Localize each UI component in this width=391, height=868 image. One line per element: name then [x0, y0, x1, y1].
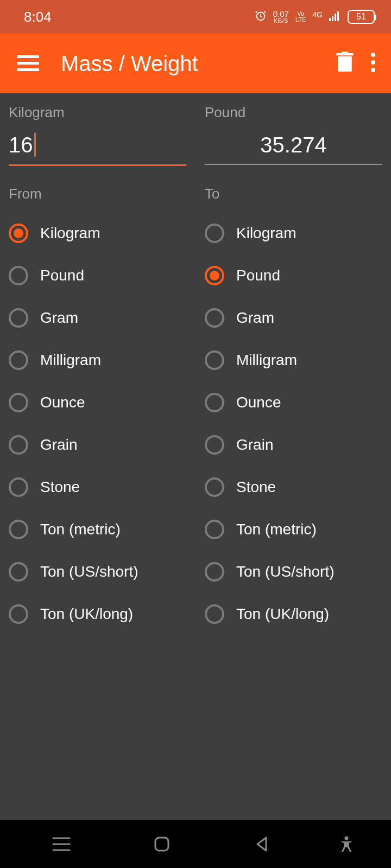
radio-icon: [9, 350, 28, 370]
status-bar: 8:04 0.07 KB/S Vo LTE 4G 51: [0, 0, 391, 34]
radio-icon: [9, 604, 28, 624]
radio-label: Ounce: [236, 394, 281, 411]
radio-icon: [205, 562, 224, 582]
status-volte: Vo LTE: [295, 11, 306, 23]
radio-label: Ton (metric): [236, 521, 317, 538]
from-value-text: 16: [9, 125, 33, 164]
radio-label: Pound: [40, 267, 84, 284]
to-value-text: 35.274: [260, 133, 326, 157]
svg-rect-10: [342, 52, 348, 54]
svg-point-18: [344, 837, 348, 840]
radio-icon: [205, 520, 224, 539]
radio-label: Ton (US/short): [40, 563, 138, 580]
radio-label: Ton (metric): [40, 521, 121, 538]
svg-rect-1: [329, 18, 331, 21]
content-area: Kilogram 16 Pound 35.274 From To Kilogra…: [0, 93, 391, 820]
radio-icon: [205, 224, 224, 243]
radio-label: Milligram: [236, 352, 297, 369]
nav-back-button[interactable]: [230, 836, 295, 852]
menu-button[interactable]: [12, 55, 45, 72]
svg-rect-17: [155, 838, 168, 851]
status-network-type: 4G: [312, 10, 323, 19]
from-radio-ton-metric-[interactable]: Ton (metric): [9, 508, 186, 551]
to-radio-ton-uk-long-[interactable]: Ton (UK/long): [205, 593, 382, 635]
to-section-label: To: [205, 186, 382, 202]
nav-home-button[interactable]: [129, 836, 194, 852]
radio-icon: [9, 308, 28, 328]
svg-rect-6: [17, 62, 39, 65]
radio-label: Pound: [236, 267, 280, 284]
to-radio-gram[interactable]: Gram: [205, 297, 382, 339]
text-cursor: [34, 133, 36, 157]
to-radio-ton-metric-[interactable]: Ton (metric): [205, 508, 382, 551]
to-radio-kilogram[interactable]: Kilogram: [205, 212, 382, 254]
radio-icon: [205, 435, 224, 455]
status-speed: 0.07 KB/S: [273, 10, 289, 24]
radio-label: Ton (UK/long): [236, 605, 329, 623]
svg-point-13: [371, 68, 375, 72]
radio-label: Ton (US/short): [236, 563, 335, 580]
page-title: Mass / Weight: [61, 52, 336, 76]
signal-icon: [329, 10, 341, 24]
radio-label: Gram: [236, 309, 274, 327]
to-radio-ounce[interactable]: Ounce: [205, 381, 382, 424]
from-unit-label: Kilogram: [9, 104, 186, 121]
accessibility-button[interactable]: [330, 836, 363, 852]
to-radio-pound[interactable]: Pound: [205, 254, 382, 297]
to-unit-list: KilogramPoundGramMilligramOunceGrainSton…: [205, 212, 382, 635]
to-radio-milligram[interactable]: Milligram: [205, 339, 382, 381]
delete-button[interactable]: [336, 52, 354, 75]
svg-point-12: [371, 60, 375, 65]
radio-icon: [205, 477, 224, 497]
radio-icon: [9, 520, 28, 539]
from-radio-gram[interactable]: Gram: [9, 297, 186, 339]
overflow-menu-button[interactable]: [370, 52, 376, 75]
from-radio-ton-us-short-[interactable]: Ton (US/short): [9, 551, 186, 593]
radio-label: Kilogram: [40, 225, 100, 242]
radio-label: Stone: [40, 478, 80, 496]
radio-label: Stone: [236, 478, 276, 496]
svg-point-11: [371, 53, 375, 57]
radio-icon: [9, 224, 28, 243]
radio-icon: [205, 604, 224, 624]
system-nav-bar: [0, 820, 391, 868]
svg-rect-2: [332, 16, 333, 21]
to-radio-ton-us-short-[interactable]: Ton (US/short): [205, 551, 382, 593]
status-right: 0.07 KB/S Vo LTE 4G 51: [255, 10, 375, 24]
alarm-icon: [255, 10, 267, 24]
from-radio-kilogram[interactable]: Kilogram: [9, 212, 186, 254]
svg-rect-5: [17, 55, 39, 58]
radio-icon: [9, 266, 28, 285]
app-bar: Mass / Weight: [0, 34, 391, 93]
radio-icon: [9, 562, 28, 582]
to-radio-stone[interactable]: Stone: [205, 466, 382, 508]
from-radio-milligram[interactable]: Milligram: [9, 339, 186, 381]
to-radio-grain[interactable]: Grain: [205, 424, 382, 466]
radio-label: Gram: [40, 309, 78, 327]
from-radio-ounce[interactable]: Ounce: [9, 381, 186, 424]
to-unit-label: Pound: [205, 104, 382, 121]
svg-rect-3: [335, 14, 336, 21]
from-unit-list: KilogramPoundGramMilligramOunceGrainSton…: [9, 212, 186, 635]
from-section-label: From: [9, 186, 186, 202]
from-radio-pound[interactable]: Pound: [9, 254, 186, 297]
svg-rect-7: [17, 68, 39, 71]
radio-label: Kilogram: [236, 225, 296, 242]
radio-icon: [205, 350, 224, 370]
radio-icon: [205, 393, 224, 412]
from-value-input[interactable]: 16: [9, 125, 186, 166]
from-radio-grain[interactable]: Grain: [9, 424, 186, 466]
radio-icon: [9, 477, 28, 497]
radio-icon: [205, 308, 224, 328]
radio-label: Milligram: [40, 352, 101, 369]
nav-recent-button[interactable]: [29, 837, 94, 851]
status-time: 8:04: [24, 9, 52, 25]
from-radio-ton-uk-long-[interactable]: Ton (UK/long): [9, 593, 186, 635]
to-value-output: 35.274: [205, 125, 382, 165]
radio-label: Grain: [236, 436, 273, 454]
radio-label: Ounce: [40, 394, 85, 411]
svg-rect-8: [338, 56, 352, 72]
battery-indicator: 51: [348, 10, 375, 24]
from-radio-stone[interactable]: Stone: [9, 466, 186, 508]
svg-rect-4: [337, 11, 339, 21]
